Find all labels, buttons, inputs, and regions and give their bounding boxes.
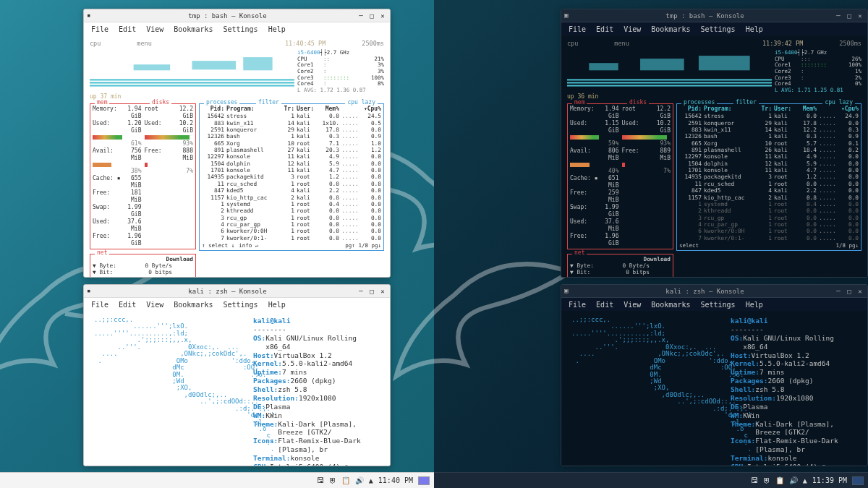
process-row[interactable]: 883kwin_x1114kali12.2.....0.3 (679, 127, 859, 133)
titlebar[interactable]: ▣ kali : zsh — Konsole ─ □ ✕ (561, 285, 867, 298)
process-row[interactable]: 1systemd1root0.4.....0.0 (679, 201, 859, 207)
process-row[interactable]: 2kthreadd1root0.0.....0.0 (202, 207, 381, 214)
process-row[interactable]: 1157kio_http_cac2kali0.8.....0.0 (679, 194, 859, 201)
tab-cpu[interactable]: cpu (567, 40, 578, 47)
tab-menu[interactable]: menu (614, 40, 629, 47)
process-row[interactable]: 12297konsole11kali4.9.....0.0 (202, 153, 381, 160)
menu-edit[interactable]: Edit (119, 25, 136, 33)
menu-file[interactable]: File (569, 301, 586, 309)
menu-view[interactable]: View (624, 25, 641, 33)
menu-view[interactable]: View (146, 25, 163, 33)
process-row[interactable]: 2kthreadd1root0.0.....0.0 (679, 207, 859, 214)
process-row[interactable]: 847kded54kali2.2.....0.0 (679, 187, 859, 194)
tab-menu[interactable]: menu (137, 40, 151, 47)
process-row[interactable]: 2591konqueror29kali17.8.....0.0 (202, 127, 381, 133)
window-neofetch-light[interactable]: ▪ kali : zsh — Konsole ─ □ ✕ FileEditVie… (83, 284, 391, 466)
menu-bookmarks[interactable]: Bookmarks (174, 301, 213, 309)
process-row[interactable]: 6kworker/0:0H1root0.0.....0.0 (679, 228, 859, 234)
process-row[interactable]: 1701konsole11kali4.7.....0.0 (679, 167, 859, 174)
window-neofetch-dark[interactable]: ▣ kali : zsh — Konsole ─ □ ✕ FileEditVie… (561, 284, 868, 466)
process-row[interactable]: 1systemd1root0.4.....0.0 (202, 201, 381, 207)
menu-file[interactable]: File (91, 25, 109, 33)
proc-select[interactable]: select (679, 242, 699, 249)
process-row[interactable]: 12326bash1kali0.3.....0.9 (202, 133, 381, 140)
taskbar-clock[interactable]: 11:39 PM (812, 476, 847, 484)
process-row[interactable]: 7kworker/0:1-1root0.0.....0.0 (679, 235, 859, 241)
process-row[interactable]: 12297konsole11kali4.9.....0.0 (679, 153, 859, 160)
process-row[interactable]: 891plasmashell27kali20.3.....1.2 (202, 147, 381, 153)
titlebar[interactable]: ▪ tmp : bash — Konsole ─ □ ✕ (84, 9, 390, 22)
proc-info[interactable]: info ↵ (239, 242, 258, 249)
taskbar[interactable]: 🖫 ⛨ 📋 🔊 ▲ 11:39 PM (434, 472, 868, 488)
menu-settings[interactable]: Settings (700, 301, 735, 309)
minimize-button[interactable]: ─ (834, 287, 843, 296)
close-button[interactable]: ✕ (856, 287, 864, 296)
shield-icon[interactable]: ⛨ (763, 476, 770, 484)
clipboard-icon[interactable]: 📋 (341, 476, 350, 484)
chevron-up-icon[interactable]: ▲ (803, 476, 807, 484)
process-row[interactable]: 1504dolphin12kali5.9.....0.0 (202, 160, 381, 167)
process-row[interactable]: 14935packagekitd3root1.2.....0.0 (679, 174, 859, 180)
close-button[interactable]: ✕ (856, 12, 864, 20)
maximize-button[interactable]: □ (845, 287, 854, 296)
process-row[interactable]: 15642stress1kali0.0.....24.9 (679, 113, 859, 119)
clipboard-icon[interactable]: 📋 (775, 476, 784, 484)
volume-icon[interactable]: 🔊 (789, 476, 798, 484)
process-row[interactable]: 665Xorg10root7.1.....1.0 (202, 140, 381, 147)
shield-icon[interactable]: ⛨ (329, 476, 336, 484)
volume-icon[interactable]: 🔊 (355, 476, 364, 484)
proc-page[interactable]: 1/8 pg↓ (835, 242, 859, 249)
process-row[interactable]: 891plasmashell26kali18.4.....0.2 (679, 147, 859, 153)
close-button[interactable]: ✕ (378, 12, 387, 20)
menu-view[interactable]: View (624, 301, 641, 309)
process-row[interactable]: 3rcu_gp1root0.0.....0.0 (679, 215, 859, 221)
process-row[interactable]: 1701konsole11kali4.7.....0.0 (202, 167, 381, 174)
show-desktop-button[interactable] (852, 476, 864, 485)
process-row[interactable]: 2591konqueror29kali17.8.....0.0 (679, 120, 859, 127)
process-row[interactable]: 11rcu_sched1root0.0.....0.0 (202, 181, 381, 187)
menu-help[interactable]: Help (746, 25, 763, 33)
menu-bookmarks[interactable]: Bookmarks (174, 25, 213, 33)
menu-bookmarks[interactable]: Bookmarks (651, 25, 690, 33)
maximize-button[interactable]: □ (367, 12, 376, 20)
titlebar[interactable]: ▣ tmp : bash — Konsole ─ □ ✕ (561, 9, 867, 22)
process-row[interactable]: 14935packagekitd3root1.2.....0.0 (202, 174, 381, 180)
titlebar[interactable]: ▪ kali : zsh — Konsole ─ □ ✕ (84, 285, 390, 298)
process-row[interactable]: 12326bash1kali0.3.....0.9 (679, 133, 859, 140)
process-row[interactable]: 3rcu_gp1root0.0.....0.0 (202, 215, 381, 221)
window-bashtop-light[interactable]: ▪ tmp : bash — Konsole ─ □ ✕ FileEditVie… (83, 9, 391, 278)
process-row[interactable]: 1504dolphin12kali5.9.....0.0 (679, 160, 859, 167)
taskbar-clock[interactable]: 11:40 PM (378, 476, 413, 484)
show-desktop-button[interactable] (418, 476, 430, 485)
menu-settings[interactable]: Settings (223, 301, 258, 309)
taskbar[interactable]: 🖫 ⛨ 📋 🔊 ▲ 11:40 PM (0, 472, 434, 488)
menu-help[interactable]: Help (746, 301, 763, 309)
process-row[interactable]: 1157kio_http_cac2kali0.8.....0.0 (202, 194, 381, 201)
menu-file[interactable]: File (569, 25, 586, 33)
menu-help[interactable]: Help (268, 301, 286, 309)
proc-select[interactable]: ↑ select ↓ (202, 242, 234, 249)
menu-edit[interactable]: Edit (596, 301, 613, 309)
process-row[interactable]: 665Xorg10root5.7.....0.1 (679, 140, 859, 147)
menu-settings[interactable]: Settings (223, 25, 258, 33)
menu-view[interactable]: View (146, 301, 163, 309)
window-bashtop-dark[interactable]: ▣ tmp : bash — Konsole ─ □ ✕ FileEditVie… (561, 9, 868, 278)
maximize-button[interactable]: □ (845, 12, 854, 20)
process-row[interactable]: 847kded54kali2.2.....0.0 (202, 187, 381, 194)
process-row[interactable]: 15642stress1kali0.0.....24.5 (202, 113, 381, 119)
process-row[interactable]: 4rcu_par_gp1root0.0.....0.0 (202, 221, 381, 228)
tab-cpu[interactable]: cpu (90, 40, 101, 47)
process-row[interactable]: 7kworker/0:1-1root0.0.....0.0 (202, 235, 381, 241)
menu-edit[interactable]: Edit (119, 301, 136, 309)
menu-bookmarks[interactable]: Bookmarks (651, 301, 690, 309)
menu-file[interactable]: File (91, 301, 109, 309)
minimize-button[interactable]: ─ (834, 12, 843, 20)
storage-icon[interactable]: 🖫 (317, 476, 324, 484)
menu-help[interactable]: Help (268, 25, 286, 33)
process-row[interactable]: 11rcu_sched1root0.0.....0.0 (679, 181, 859, 187)
process-row[interactable]: 6kworker/0:0H1root0.0.....0.0 (202, 228, 381, 234)
menu-edit[interactable]: Edit (596, 25, 613, 33)
process-row[interactable]: 4rcu_par_gp1root0.0.....0.0 (679, 221, 859, 228)
minimize-button[interactable]: ─ (357, 12, 365, 20)
process-row[interactable]: 883kwin_x1114kali1x10......0.5 (202, 120, 381, 127)
